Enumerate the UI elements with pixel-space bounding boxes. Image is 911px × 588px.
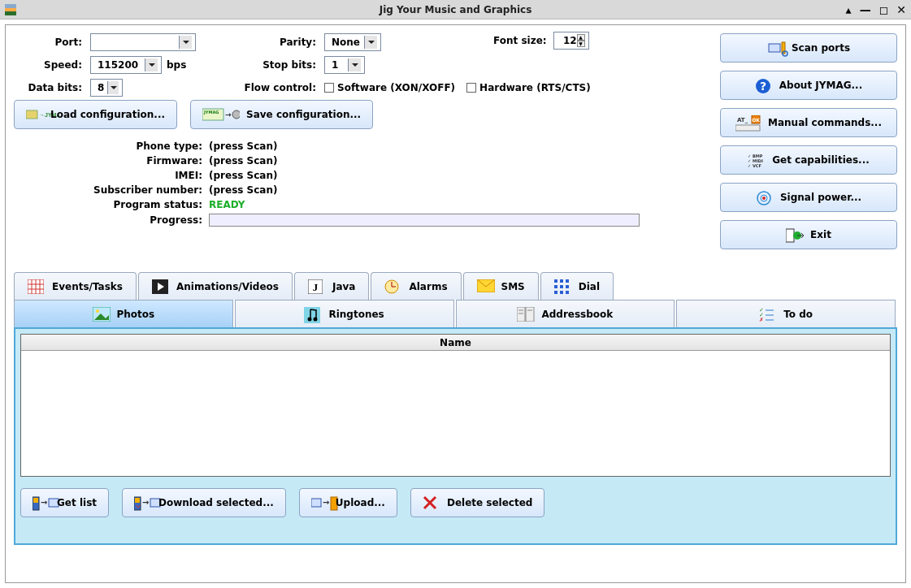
music-icon	[304, 307, 322, 322]
font-size-spinner[interactable]: ▲▼	[553, 32, 589, 50]
manual-commands-button[interactable]: AT_OK Manual commands...	[720, 108, 897, 137]
firmware-value: (press Scan)	[209, 155, 707, 166]
svg-rect-64	[33, 498, 38, 503]
envelope-icon	[477, 279, 495, 294]
about-button[interactable]: ? About JYMAG...	[720, 71, 897, 100]
svg-rect-71	[311, 499, 321, 507]
list-icon: ✓ BMP✓ MIDI✓ VCF	[748, 153, 766, 167]
svg-rect-68	[135, 498, 140, 503]
subscriber-label: Subscriber number:	[14, 184, 209, 196]
svg-rect-21	[786, 229, 794, 242]
svg-rect-40	[554, 285, 557, 288]
svg-rect-44	[560, 291, 563, 294]
chevron-down-icon	[179, 36, 192, 49]
flow-hardware-checkbox[interactable]: Hardware (RTS/CTS)	[466, 82, 591, 93]
antenna-icon	[756, 190, 774, 205]
table-header-name[interactable]: Name	[21, 335, 890, 351]
window-title: Jig Your Music and Graphics	[380, 4, 532, 15]
exit-button[interactable]: Exit	[720, 220, 897, 249]
maximize-icon[interactable]: ◻	[879, 3, 889, 16]
speed-unit: bps	[167, 59, 186, 71]
spin-down-icon[interactable]: ▼	[577, 41, 585, 47]
checklist-icon: ✓✓✗	[759, 307, 777, 322]
close-icon[interactable]: ✕	[896, 3, 906, 16]
film-icon	[152, 279, 170, 294]
svg-rect-42	[566, 285, 569, 288]
phone-to-pc-icon: →	[33, 495, 50, 510]
port-select[interactable]	[90, 33, 196, 51]
databits-select[interactable]: 8	[90, 79, 123, 97]
get-capabilities-button[interactable]: ✓ BMP✓ MIDI✓ VCF Get capabilities...	[720, 145, 897, 175]
parity-select[interactable]: None	[324, 33, 381, 51]
tab-animations[interactable]: Animations/Videos	[138, 272, 293, 300]
svg-rect-39	[566, 279, 569, 283]
tab-java[interactable]: J Java	[294, 272, 369, 300]
svg-rect-37	[554, 279, 557, 283]
font-size-input[interactable]	[557, 35, 577, 46]
main-frame: Port: Parity: None Speed: 115200 bps	[5, 24, 906, 583]
rollup-icon[interactable]: ▴	[846, 3, 852, 16]
status-value: READY	[209, 199, 707, 210]
keyboard-icon: AT_OK	[735, 115, 761, 130]
svg-text:→: →	[142, 498, 149, 507]
tab-dial[interactable]: Dial	[540, 272, 614, 300]
svg-text:?: ?	[760, 80, 766, 93]
port-label: Port:	[14, 37, 87, 48]
progress-bar	[209, 214, 640, 227]
spin-up-icon[interactable]: ▲	[577, 34, 585, 41]
databits-label: Data bits:	[14, 82, 87, 93]
svg-text:→: →	[225, 110, 232, 119]
question-icon: ?	[755, 78, 773, 93]
upload-button[interactable]: → Upload...	[299, 488, 397, 517]
minimize-icon[interactable]: —	[860, 3, 871, 16]
svg-rect-14	[735, 125, 760, 131]
phone-type-value: (press Scan)	[209, 141, 707, 152]
stopbits-label: Stop bits:	[223, 59, 321, 71]
list-table[interactable]: Name	[20, 334, 891, 477]
progress-label: Progress:	[14, 214, 209, 226]
chevron-down-icon	[348, 58, 361, 71]
svg-point-20	[762, 197, 766, 200]
download-button[interactable]: → Download selected...	[122, 488, 286, 517]
flow-software-checkbox[interactable]: Software (XON/XOFF)	[324, 82, 455, 93]
load-config-button[interactable]: →JYMAG Load configuration...	[14, 100, 177, 129]
tab-todo[interactable]: ✓✓✗ To do	[676, 300, 896, 327]
chevron-down-icon	[107, 81, 119, 94]
firmware-label: Firmware:	[14, 155, 209, 166]
imei-value: (press Scan)	[209, 170, 707, 181]
checkbox-icon	[466, 83, 476, 93]
svg-rect-52	[517, 307, 525, 322]
svg-rect-6	[769, 44, 780, 52]
tab-alarms[interactable]: Alarms	[371, 272, 461, 300]
photo-icon	[93, 307, 111, 322]
app-icon	[5, 4, 16, 15]
flowcontrol-label: Flow control:	[223, 82, 321, 93]
svg-text:→: →	[323, 498, 329, 507]
signal-power-button[interactable]: Signal power...	[720, 183, 897, 212]
svg-rect-41	[560, 285, 563, 288]
speed-select[interactable]: 115200	[90, 56, 162, 74]
svg-text:✗: ✗	[759, 317, 764, 322]
delete-button[interactable]: Delete selected	[410, 488, 545, 517]
tab-events[interactable]: Events/Tasks	[14, 272, 137, 300]
svg-rect-0	[26, 110, 37, 119]
load-icon: →JYMAG	[26, 107, 44, 122]
tab-photos[interactable]: Photos	[14, 300, 233, 327]
book-icon	[517, 307, 535, 322]
svg-rect-53	[526, 307, 534, 322]
tab-addressbook[interactable]: Addressbook	[456, 300, 675, 327]
svg-point-50	[308, 317, 312, 321]
get-list-button[interactable]: → Get list	[20, 488, 109, 517]
speed-label: Speed:	[14, 59, 87, 71]
svg-point-5	[232, 110, 240, 119]
scan-ports-button[interactable]: Scan ports	[720, 33, 897, 63]
stopbits-select[interactable]: 1	[324, 56, 365, 74]
java-icon: J	[308, 279, 326, 294]
exit-icon	[786, 227, 804, 242]
save-icon: JYMAG→	[202, 107, 240, 122]
tab-ringtones[interactable]: Ringtones	[235, 300, 454, 327]
svg-rect-43	[554, 291, 557, 294]
save-config-button[interactable]: JYMAG→ Save configuration...	[190, 100, 373, 129]
svg-rect-38	[560, 279, 563, 283]
tab-sms[interactable]: SMS	[463, 272, 539, 300]
